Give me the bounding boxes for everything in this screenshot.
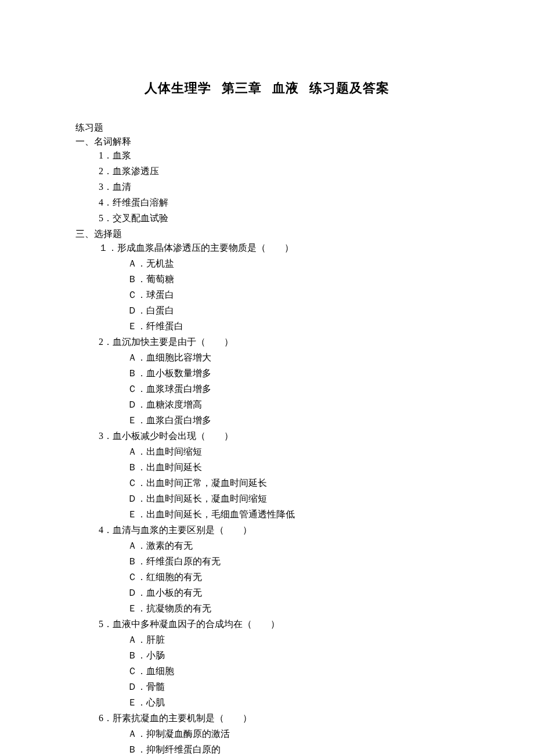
option: Ａ．激素的有无 [128,539,459,553]
title-seg-1: 人体生理学 [145,81,211,95]
option: Ｃ．球蛋白 [128,288,459,302]
question-block: 5．血液中多种凝血因子的合成均在（ ） Ａ．肝脏 Ｂ．小肠 Ｃ．血细胞 Ｄ．骨髓… [99,617,459,710]
option: Ｂ．葡萄糖 [128,272,459,286]
term-item: 2．血浆渗透压 [99,164,459,178]
option: Ｅ．出血时间延长，毛细血管通透性降低 [128,507,459,521]
option: Ｃ．血细胞 [128,664,459,678]
option: Ｃ．出血时间正常，凝血时间延长 [128,476,459,490]
options-list: Ａ．出血时间缩短 Ｂ．出血时间延长 Ｃ．出血时间正常，凝血时间延长 Ｄ．出血时间… [128,445,459,521]
option: Ａ．抑制凝血酶原的激活 [128,727,459,741]
term-item: 4．纤维蛋白溶解 [99,196,459,210]
option: Ｂ．抑制纤维蛋白原的 [128,743,459,756]
terms-list: 1．血浆 2．血浆渗透压 3．血清 4．纤维蛋白溶解 5．交叉配血试验 [99,149,459,225]
question-block: 4．血清与血浆的主要区别是（ ） Ａ．激素的有无 Ｂ．纤维蛋白原的有无 Ｃ．红细… [99,523,459,615]
option: Ｃ．血浆球蛋白增多 [128,382,459,396]
question-stem: １．形成血浆晶体渗透压的主要物质是（ ） [99,241,459,255]
title-seg-2: 第三章 [222,81,262,95]
option: Ｃ．红细胞的有无 [128,570,459,584]
question-block: 3．血小板减少时会出现（ ） Ａ．出血时间缩短 Ｂ．出血时间延长 Ｃ．出血时间正… [99,429,459,521]
options-list: Ａ．肝脏 Ｂ．小肠 Ｃ．血细胞 Ｄ．骨髓 Ｅ．心肌 [128,633,459,710]
option: Ｄ．出血时间延长，凝血时间缩短 [128,492,459,506]
question-stem: 2．血沉加快主要是由于（ ） [99,335,459,349]
page-title: 人体生理学第三章血液练习题及答案 [75,78,459,98]
option: Ｄ．血小板的有无 [128,586,459,600]
options-list: Ａ．无机盐 Ｂ．葡萄糖 Ｃ．球蛋白 Ｄ．白蛋白 Ｅ．纤维蛋白 [128,257,459,333]
option: Ａ．血细胞比容增大 [128,351,459,365]
question-stem: 6．肝素抗凝血的主要机制是（ ） [99,711,459,725]
section-3-heading: 三、选择题 [75,227,459,241]
section-1-heading: 一、名词解释 [75,135,459,149]
option: Ｄ．血糖浓度增高 [128,398,459,412]
option: Ｂ．小肠 [128,649,459,663]
term-item: 5．交叉配血试验 [99,211,459,225]
question-stem: 5．血液中多种凝血因子的合成均在（ ） [99,617,459,631]
option: Ｂ．血小板数量增多 [128,366,459,380]
question-block: 2．血沉加快主要是由于（ ） Ａ．血细胞比容增大 Ｂ．血小板数量增多 Ｃ．血浆球… [99,335,459,427]
question-block: 6．肝素抗凝血的主要机制是（ ） Ａ．抑制凝血酶原的激活 Ｂ．抑制纤维蛋白原的 [99,711,459,756]
question-block: １．形成血浆晶体渗透压的主要物质是（ ） Ａ．无机盐 Ｂ．葡萄糖 Ｃ．球蛋白 Ｄ… [99,241,459,333]
option: Ｄ．白蛋白 [128,304,459,318]
question-stem: 3．血小板减少时会出现（ ） [99,429,459,443]
option: Ａ．无机盐 [128,257,459,271]
option: Ｄ．骨髓 [128,680,459,694]
option: Ｅ．血浆白蛋白增多 [128,413,459,427]
options-list: Ａ．血细胞比容增大 Ｂ．血小板数量增多 Ｃ．血浆球蛋白增多 Ｄ．血糖浓度增高 Ｅ… [128,351,459,427]
option: Ａ．肝脏 [128,633,459,647]
title-seg-4: 练习题及答案 [309,81,389,95]
options-list: Ａ．抑制凝血酶原的激活 Ｂ．抑制纤维蛋白原的 [128,727,459,756]
term-item: 3．血清 [99,180,459,194]
option: Ｅ．抗凝物质的有无 [128,602,459,615]
options-list: Ａ．激素的有无 Ｂ．纤维蛋白原的有无 Ｃ．红细胞的有无 Ｄ．血小板的有无 Ｅ．抗… [128,539,459,615]
option: Ｅ．纤维蛋白 [128,319,459,333]
exercise-label: 练习题 [75,121,459,135]
option: Ｅ．心肌 [128,696,459,710]
question-stem: 4．血清与血浆的主要区别是（ ） [99,523,459,537]
option: Ｂ．出血时间延长 [128,460,459,474]
option: Ａ．出血时间缩短 [128,445,459,459]
title-seg-3: 血液 [272,81,299,95]
term-item: 1．血浆 [99,149,459,163]
option: Ｂ．纤维蛋白原的有无 [128,555,459,568]
